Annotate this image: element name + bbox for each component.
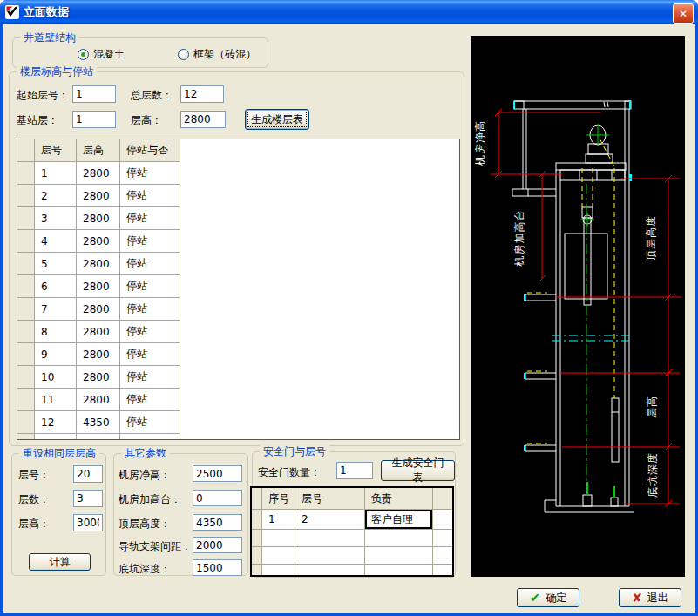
table-cell[interactable]: 停站 (120, 230, 180, 253)
row-selector[interactable] (252, 565, 262, 577)
safety-table[interactable]: 序号 层号 负责 12客户自理 (250, 486, 454, 577)
table-cell[interactable]: 12 (35, 411, 77, 434)
table-cell[interactable]: 2800 (77, 230, 120, 253)
table-cell[interactable]: 9 (35, 343, 77, 366)
table-cell[interactable]: 停站 (120, 207, 180, 230)
table-cell[interactable]: 4 (35, 230, 77, 253)
machine-room-height-input[interactable] (193, 465, 242, 482)
base-floor-input[interactable] (72, 111, 116, 128)
table-cell[interactable] (262, 547, 295, 565)
table-cell[interactable]: 2800 (77, 366, 120, 389)
table-cell[interactable] (365, 565, 433, 577)
radio-concrete-circle[interactable] (78, 49, 89, 60)
table-cell[interactable] (35, 434, 77, 440)
generate-safety-table-button[interactable]: 生成安全门表 (381, 460, 455, 481)
table-cell[interactable]: 8 (35, 321, 77, 343)
row-selector[interactable] (17, 411, 35, 434)
exit-button[interactable]: ✘ 退出 (619, 588, 681, 607)
table-cell[interactable] (295, 547, 365, 565)
table-cell[interactable]: 客户自理 (365, 510, 433, 530)
row-selector[interactable] (17, 434, 35, 440)
floor-table[interactable]: 层号 层高 停站与否 12800停站22800停站32800停站42800停站5… (17, 139, 460, 440)
reset-floor-height-input[interactable] (73, 514, 103, 531)
ok-button-label: 确定 (546, 591, 566, 606)
table-cell[interactable] (365, 547, 433, 565)
start-floor-input[interactable] (72, 85, 116, 103)
row-selector[interactable] (252, 530, 262, 547)
total-floors-input[interactable] (180, 85, 224, 103)
table-cell[interactable]: 2800 (77, 162, 120, 185)
table-cell[interactable]: 停站 (120, 253, 180, 275)
row-selector[interactable] (17, 230, 35, 253)
table-cell[interactable]: 5 (35, 253, 77, 275)
row-selector[interactable] (17, 185, 35, 207)
reset-floor-count-input[interactable] (73, 490, 103, 507)
table-cell[interactable]: 停站 (120, 298, 180, 321)
ok-button[interactable]: ✔ 确定 (517, 588, 579, 607)
row-selector[interactable] (17, 162, 35, 185)
rail-bracket-spacing-input[interactable] (193, 537, 242, 553)
table-cell[interactable]: 停站 (120, 389, 180, 411)
table-cell[interactable]: 3 (35, 207, 77, 230)
table-cell[interactable]: 停站 (120, 366, 180, 389)
row-selector[interactable] (17, 366, 35, 389)
floor-height-input[interactable] (180, 111, 226, 128)
table-cell[interactable]: 4350 (77, 411, 120, 434)
radio-frame-circle[interactable] (178, 49, 189, 60)
table-row-filler (180, 343, 459, 366)
shaft-wall-group: 井道壁结构 混凝土 框架（砖混） (12, 37, 268, 68)
table-cell[interactable]: 7 (35, 298, 77, 321)
row-selector[interactable] (17, 389, 35, 411)
row-selector[interactable] (17, 343, 35, 366)
table-cell[interactable]: 11 (35, 389, 77, 411)
calculate-button[interactable]: 计算 (29, 553, 91, 571)
row-selector[interactable] (17, 275, 35, 298)
table-cell[interactable]: 10 (35, 366, 77, 389)
radio-frame[interactable]: 框架（砖混） (178, 48, 256, 60)
title-bar[interactable]: 立面数据 ✕ (0, 0, 698, 24)
table-cell[interactable] (365, 530, 433, 547)
table-cell[interactable]: 2800 (77, 207, 120, 230)
row-selector[interactable] (252, 510, 262, 530)
pit-depth-input[interactable] (193, 559, 242, 576)
table-cell[interactable] (295, 565, 365, 577)
table-cell[interactable]: 2 (35, 185, 77, 207)
machine-room-platform-input[interactable] (193, 490, 242, 506)
row-selector[interactable] (17, 321, 35, 343)
table-cell[interactable]: 停站 (120, 411, 180, 434)
top-floor-height-input[interactable] (193, 514, 242, 531)
radio-concrete[interactable]: 混凝土 (78, 48, 125, 60)
table-cell[interactable] (77, 434, 120, 440)
table-cell[interactable]: 2800 (77, 389, 120, 411)
table-cell[interactable]: 停站 (120, 162, 180, 185)
table-cell[interactable]: 停站 (120, 275, 180, 298)
table-cell[interactable]: 2800 (77, 343, 120, 366)
table-cell[interactable] (262, 565, 295, 577)
table-cell[interactable] (120, 434, 180, 440)
row-selector[interactable] (17, 298, 35, 321)
table-cell[interactable]: 1 (262, 510, 295, 530)
generate-floor-table-button[interactable]: 生成楼层表 (245, 109, 309, 130)
table-cell[interactable]: 2 (295, 510, 365, 530)
table-cell[interactable] (295, 530, 365, 547)
table-cell[interactable]: 1 (35, 162, 77, 185)
reset-floor-no-label: 层号： (18, 466, 50, 484)
table-cell[interactable]: 2800 (77, 275, 120, 298)
row-selector[interactable] (17, 253, 35, 275)
table-cell[interactable]: 6 (35, 275, 77, 298)
group-caption-reset: 重设相同层层高 (19, 446, 99, 461)
table-cell[interactable]: 停站 (120, 343, 180, 366)
row-selector[interactable] (17, 207, 35, 230)
close-button[interactable]: ✕ (673, 3, 694, 24)
table-cell[interactable]: 停站 (120, 321, 180, 343)
safety-door-count-input[interactable] (336, 462, 373, 479)
table-row: 92800停站 (17, 343, 459, 366)
reset-floor-no-input[interactable] (73, 465, 103, 483)
row-selector[interactable] (252, 547, 262, 565)
table-cell[interactable]: 停站 (120, 185, 180, 207)
table-cell[interactable]: 2800 (77, 185, 120, 207)
table-cell[interactable]: 2800 (77, 298, 120, 321)
table-cell[interactable] (262, 530, 295, 547)
table-cell[interactable]: 2800 (77, 321, 120, 343)
table-cell[interactable]: 2800 (77, 253, 120, 275)
